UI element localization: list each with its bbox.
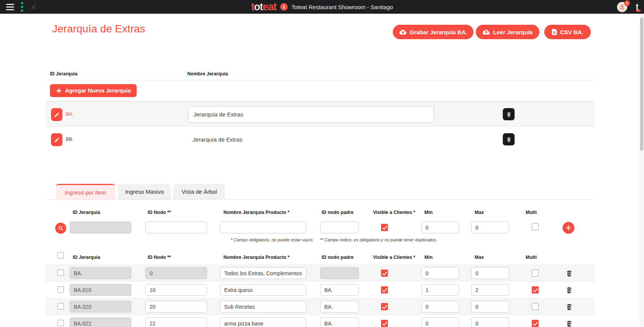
col-padre: ID nodo padre — [322, 255, 354, 260]
new-id-nodo-input[interactable] — [145, 222, 207, 233]
read-hierarchy-button[interactable]: Leer Jerarquía — [476, 25, 539, 39]
id-nodo-input[interactable] — [145, 284, 207, 296]
new-max-input[interactable] — [471, 222, 509, 233]
visible-checkbox[interactable] — [381, 320, 388, 327]
items-table-header: ID Jerarquia ID Nodo ** Nombre Jerarquía… — [46, 249, 595, 264]
nombre-input[interactable] — [220, 284, 306, 296]
trash-icon — [566, 286, 573, 294]
divider — [46, 199, 595, 200]
new-min-input[interactable] — [421, 222, 459, 233]
logo-part: eat — [263, 1, 276, 13]
new-nombre-input[interactable] — [220, 222, 306, 233]
plus-icon — [56, 88, 62, 94]
id-jerarquia-input — [70, 301, 131, 313]
min-input[interactable] — [421, 267, 459, 279]
cloud-upload-icon — [399, 29, 406, 35]
delete-hierarchy-button[interactable] — [503, 108, 515, 120]
toteat-logo: toteat — [251, 0, 276, 14]
avatar-badge: 1 — [624, 0, 630, 6]
toteat-t-icon[interactable]: t — [636, 3, 639, 11]
csv-label: CSV BA. — [560, 29, 583, 35]
multi-checkbox[interactable] — [532, 270, 539, 277]
col-id-jerarquia: ID Jerarquia — [73, 255, 100, 260]
min-input[interactable] — [421, 284, 459, 296]
max-input[interactable] — [471, 317, 509, 327]
scrollbar-thumb[interactable] — [640, 18, 643, 151]
logo-part: ot — [254, 1, 263, 13]
id-nodo-input[interactable] — [145, 317, 207, 327]
delete-row-button[interactable] — [565, 286, 573, 294]
max-input[interactable] — [471, 301, 509, 313]
visible-checkbox[interactable] — [381, 270, 388, 277]
new-item-form: ID Jerarquia ID Nodo ** Nombre Jerarquía… — [46, 207, 595, 246]
max-input[interactable] — [471, 267, 509, 279]
hierarchy-id: BA. — [66, 112, 73, 117]
nombre-input[interactable] — [220, 301, 306, 313]
min-input[interactable] — [421, 317, 459, 327]
delete-hierarchy-button[interactable] — [503, 133, 515, 145]
trash-icon — [566, 303, 573, 311]
csv-button[interactable]: CSV BA. — [544, 25, 591, 39]
avatar[interactable]: 1 — [617, 2, 627, 12]
new-visible-checkbox[interactable] — [381, 224, 388, 231]
label-id-jerarquia: ID Jerarquia — [73, 210, 100, 215]
col-id-nodo: ID Nodo ** — [148, 255, 171, 260]
add-hierarchy-button[interactable]: Agregar Nueva Jerarquía — [50, 84, 137, 97]
add-hierarchy-label: Agregar Nueva Jerarquía — [65, 88, 131, 94]
csv-file-icon — [552, 29, 557, 35]
search-id-jerarquia-input — [70, 222, 131, 233]
id-nodo-input[interactable] — [145, 301, 207, 313]
col-visible: Visible a Clientes * — [373, 255, 415, 260]
tab-ingreso-por-item[interactable]: Ingreso por item — [56, 184, 115, 199]
min-input[interactable] — [421, 301, 459, 313]
row-select-checkbox[interactable] — [57, 270, 64, 276]
delete-row-button[interactable] — [565, 319, 573, 327]
hierarchy-col-name: Nombre Jerarquía — [187, 71, 228, 77]
new-multi-checkbox[interactable] — [532, 223, 539, 230]
nombre-input[interactable] — [220, 317, 306, 327]
col-max: Max — [475, 255, 484, 260]
padre-input[interactable] — [320, 284, 359, 296]
trash-icon — [506, 137, 512, 142]
restaurant-title: Toteat Restaurant Showroom - Santiago — [292, 4, 393, 10]
row-select-checkbox[interactable] — [57, 286, 64, 293]
padre-input[interactable] — [320, 301, 359, 313]
label-max: Max — [475, 210, 484, 215]
multi-checkbox[interactable] — [532, 303, 539, 310]
nombre-input[interactable] — [220, 267, 306, 279]
search-button[interactable] — [55, 223, 66, 234]
save-hierarchy-button[interactable]: Grabar Jerarquía BA. — [393, 25, 473, 39]
tab-ingreso-masivo[interactable]: Ingreso Masivo — [118, 184, 171, 199]
delete-row-button[interactable] — [565, 269, 573, 278]
notification-badge: 1 — [280, 3, 288, 11]
tab-label: Ingreso por item — [65, 189, 106, 196]
form-notes: * Campo obligatorio, no puede estar vací… — [231, 238, 437, 242]
multi-checkbox[interactable] — [532, 286, 539, 294]
delete-row-button[interactable] — [565, 303, 573, 311]
trash-icon — [566, 270, 573, 277]
label-visible: Visible a Clientes * — [373, 210, 415, 215]
new-padre-input[interactable] — [320, 222, 359, 233]
top-navbar: toteat 1 Toteat Restaurant Showroom - Sa… — [0, 0, 644, 14]
scrollbar[interactable] — [639, 14, 644, 327]
item-row — [46, 315, 595, 327]
edit-hierarchy-button[interactable] — [51, 133, 62, 146]
col-nombre: Nombre Jerarquía Producto * — [223, 255, 290, 260]
hierarchy-name-input[interactable] — [188, 106, 434, 123]
add-item-button[interactable] — [563, 222, 574, 234]
label-id-nodo: ID Nodo ** — [148, 210, 171, 215]
hierarchy-name: Jerarquía de Extras — [193, 136, 242, 143]
row-select-checkbox[interactable] — [57, 303, 64, 309]
select-all-checkbox[interactable] — [57, 252, 64, 258]
note-required: * Campo obligatorio, no puede estar vací… — [231, 238, 314, 242]
edit-hierarchy-button[interactable] — [51, 108, 62, 121]
visible-checkbox[interactable] — [381, 286, 388, 294]
max-input[interactable] — [471, 284, 509, 296]
row-select-checkbox[interactable] — [57, 320, 64, 326]
col-min: Min — [424, 255, 433, 260]
tab-vista-de-arbol[interactable]: Vista de Árbol — [174, 184, 225, 199]
padre-input[interactable] — [320, 317, 359, 327]
visible-checkbox[interactable] — [381, 303, 388, 310]
save-hierarchy-label: Grabar Jerarquía BA. — [410, 29, 467, 35]
multi-checkbox[interactable] — [532, 320, 539, 327]
